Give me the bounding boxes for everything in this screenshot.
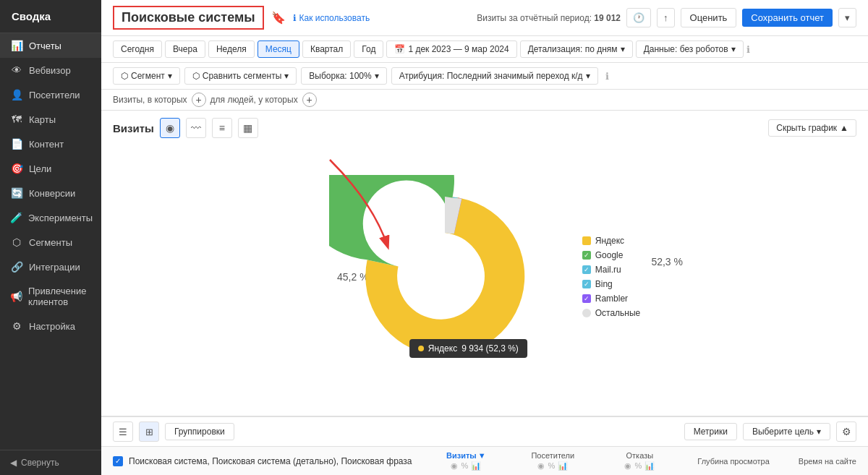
period-year[interactable]: Год: [354, 40, 383, 58]
visitors-icon: 👤: [10, 89, 23, 100]
legend-label-google: Google: [595, 250, 624, 260]
top-header: Поисковые системы 🔖 ℹ Как использовать В…: [101, 0, 868, 36]
chart-type-pie[interactable]: ◉: [160, 118, 180, 138]
save-report-button[interactable]: Сохранить отчет: [742, 9, 833, 27]
table-list-view-button[interactable]: ☰: [113, 421, 133, 442]
sidebar-item-segments[interactable]: ⬡ Сегменты: [0, 230, 101, 254]
sidebar-item-experiments[interactable]: 🧪 Эксперименты: [0, 205, 101, 230]
attribution-button[interactable]: Атрибуция: Последний значимый переход к/…: [391, 67, 598, 85]
chart-type-line[interactable]: 〰: [186, 118, 206, 138]
chart-type-bar[interactable]: ▦: [238, 118, 258, 138]
info-icon: ℹ: [293, 13, 297, 23]
pie-icon[interactable]: ◉: [624, 461, 631, 471]
table-select-all-checkbox[interactable]: ✓: [113, 456, 123, 466]
add-people-filter-button[interactable]: +: [302, 93, 317, 107]
history-button[interactable]: 🕐: [626, 8, 651, 27]
acquisition-icon: 📢: [10, 291, 22, 302]
goal-button[interactable]: Выберите цель ▾: [743, 423, 830, 440]
sidebar-item-visitors[interactable]: 👤 Посетители: [0, 82, 101, 107]
goals-icon: 🎯: [10, 163, 23, 174]
percent-icon[interactable]: %: [461, 461, 468, 471]
metric-visitors-icons: ◉ % 📊: [537, 461, 568, 471]
pie-icon[interactable]: ◉: [537, 461, 545, 471]
sidebar-item-conversions[interactable]: 🔄 Конверсии: [0, 181, 101, 205]
sidebar-item-label: Конверсии: [29, 188, 75, 199]
period-month[interactable]: Месяц: [258, 40, 299, 58]
metric-col-visitors: Посетители ◉ % 📊: [524, 451, 582, 471]
chevron-down-icon: ▾: [731, 44, 736, 54]
percent-icon[interactable]: %: [634, 461, 642, 471]
share-button[interactable]: ↑: [657, 8, 675, 27]
sidebar-item-label: Цели: [29, 163, 51, 174]
sidebar-item-label: Посетители: [29, 90, 80, 100]
sample-button[interactable]: Выборка: 100% ▾: [301, 67, 386, 85]
sidebar-collapse[interactable]: ◀ Свернуть: [0, 450, 101, 475]
period-quarter[interactable]: Квартал: [302, 40, 351, 58]
table-grid-view-button[interactable]: ⊞: [139, 421, 159, 442]
period-today[interactable]: Сегодня: [113, 40, 162, 58]
attr-info-icon: ℹ: [605, 71, 609, 82]
chart-header: Визиты ◉ 〰 ≡ ▦ Скрыть график ▲: [113, 118, 856, 138]
sidebar-item-content[interactable]: 📄 Контент: [0, 132, 101, 156]
groupings-button[interactable]: Группировки: [165, 423, 234, 440]
legend-label-mailru: Mail.ru: [595, 265, 621, 275]
segments-icon: ⬡: [10, 236, 23, 248]
period-week[interactable]: Неделя: [208, 40, 255, 58]
hide-chart-button[interactable]: Скрыть график ▲: [768, 119, 856, 137]
pie-chart-icon[interactable]: ◉: [451, 461, 458, 471]
sidebar-logo[interactable]: Сводка: [0, 0, 101, 33]
metric-visits-label: Визиты ▼: [446, 451, 486, 460]
sidebar: Сводка 📊 Отчеты 👁 Вебвизор 👤 Посетители …: [0, 0, 101, 475]
sidebar-item-reports[interactable]: 📊 Отчеты: [0, 33, 101, 58]
sidebar-item-settings[interactable]: ⚙ Настройка: [0, 314, 101, 338]
chevron-up-icon: ▲: [840, 123, 848, 133]
save-dropdown-button[interactable]: ▾: [838, 8, 856, 27]
bar-icon[interactable]: 📊: [558, 461, 568, 471]
integrations-icon: 🔗: [10, 261, 23, 273]
legend-label-bing: Bing: [595, 279, 613, 289]
table-header-row: ✓ Поисковая система, Поисковая система (…: [101, 446, 868, 475]
bar-chart-icon[interactable]: 📊: [471, 461, 481, 471]
metric-bounces-icons: ◉ % 📊: [624, 461, 655, 471]
metric-col-visits: Визиты ▼ ◉ % 📊: [437, 451, 495, 471]
period-yesterday[interactable]: Вчера: [165, 40, 205, 58]
compare-icon: ⬡: [192, 71, 200, 81]
main-content: Поисковые системы 🔖 ℹ Как использовать В…: [101, 0, 868, 475]
legend-color-rambler: ✓: [582, 294, 591, 303]
bookmark-icon[interactable]: 🔖: [271, 11, 286, 25]
legend-item-bing: ✓ Bing: [582, 279, 641, 289]
sidebar-item-label: Сегменты: [29, 237, 72, 248]
table-settings-button[interactable]: ⚙: [836, 421, 856, 442]
sidebar-item-integrations[interactable]: 🔗 Интеграции: [0, 254, 101, 279]
chart-type-area[interactable]: ≡: [212, 118, 232, 138]
sidebar-item-goals[interactable]: 🎯 Цели: [0, 156, 101, 181]
sidebar-item-maps[interactable]: 🗺 Карты: [0, 107, 101, 132]
data-filter-dropdown[interactable]: Данные: без роботов ▾: [636, 40, 744, 58]
bar-icon[interactable]: 📊: [644, 461, 655, 471]
sidebar-item-acquisition[interactable]: 📢 Привлечение клиентов: [0, 279, 101, 314]
sidebar-item-label: Интеграции: [29, 262, 80, 273]
detail-dropdown[interactable]: Детализация: по дням ▾: [520, 40, 633, 58]
metrics-button[interactable]: Метрики: [684, 423, 737, 440]
sort-icon: ▼: [478, 451, 486, 460]
reports-icon: 📊: [10, 40, 23, 51]
settings-icon: ⚙: [10, 320, 23, 332]
legend-color-others: [582, 309, 591, 317]
rate-button[interactable]: Оценить: [681, 8, 737, 27]
legend-item-mailru: ✓ Mail.ru: [582, 265, 641, 275]
compare-segments-button[interactable]: ⬡ Сравнить сегменты ▾: [184, 67, 297, 85]
chevron-down-icon: ▾: [817, 427, 821, 437]
content-icon: 📄: [10, 138, 23, 150]
add-visits-filter-button[interactable]: +: [192, 93, 206, 107]
chevron-down-icon: ▾: [375, 71, 379, 81]
date-range-picker[interactable]: 📅 1 дек 2023 — 9 мар 2024: [386, 40, 516, 58]
chevron-down-icon: ▾: [586, 71, 590, 81]
chart-label-right: 52,3 %: [651, 256, 683, 268]
chevron-down-icon: ▾: [284, 71, 289, 81]
sidebar-item-webvisor[interactable]: 👁 Вебвизор: [0, 58, 101, 82]
segment-button[interactable]: ⬡ Сегмент ▾: [113, 67, 180, 85]
how-to-use-link[interactable]: ℹ Как использовать: [293, 13, 370, 23]
percent-icon[interactable]: %: [548, 461, 555, 471]
chevron-down-icon: ▾: [168, 71, 172, 81]
header-right: Визиты за отчётный период: 19 012 🕐 ↑ Оц…: [477, 8, 856, 27]
